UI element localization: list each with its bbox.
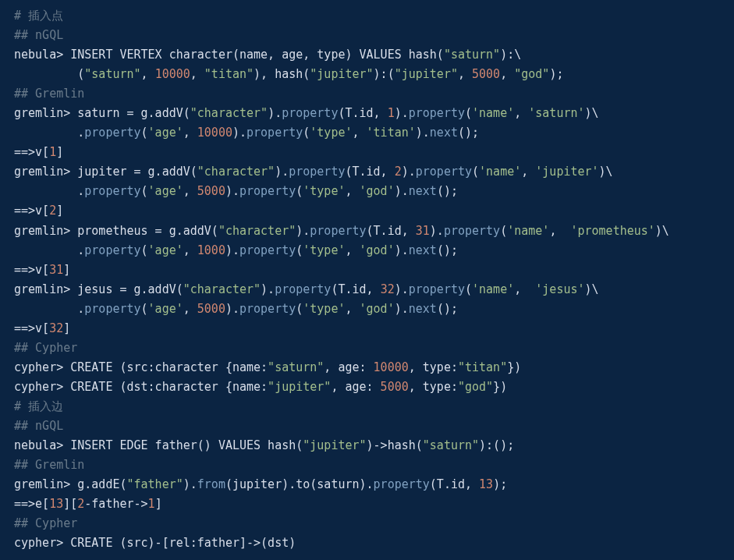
- code-token: ();: [437, 302, 458, 316]
- code-token: next: [409, 243, 437, 257]
- code-token: -father->: [84, 497, 147, 511]
- code-token: ,: [345, 302, 359, 316]
- code-token: 'name': [479, 165, 521, 179]
- code-token: ,: [521, 165, 535, 179]
- code-token: property: [444, 224, 500, 238]
- code-token: ,: [458, 67, 472, 81]
- code-token: (T.id,: [338, 106, 387, 120]
- code-line: .property('age', 5000).property('type', …: [14, 302, 458, 316]
- code-token: nebula> INSERT VERTEX character(name, ag…: [14, 48, 444, 62]
- code-token: , type:: [409, 380, 458, 394]
- code-token: ).: [395, 184, 409, 198]
- code-token: property: [374, 477, 430, 491]
- code-token: ][: [63, 497, 77, 511]
- code-line: gremlin> g.addE("father").from(jupiter).…: [14, 477, 507, 491]
- code-line: gremlin> saturn = g.addV("character").pr…: [14, 106, 599, 120]
- code-token: ,: [183, 126, 197, 140]
- code-token: "jupiter": [310, 67, 373, 81]
- code-token: )\: [585, 106, 599, 120]
- code-token: property: [84, 184, 140, 198]
- code-token: ,: [141, 67, 155, 81]
- code-token: ,: [183, 243, 197, 257]
- code-token: (T.id,: [367, 224, 416, 238]
- code-token: "character": [197, 165, 275, 179]
- code-token: "character": [218, 224, 296, 238]
- code-token: (: [141, 243, 148, 257]
- code-line: gremlin> jesus = g.addV("character").pro…: [14, 282, 599, 296]
- code-token: 'god': [360, 243, 395, 257]
- code-token: property: [409, 282, 465, 296]
- code-line: .property('age', 10000).property('type',…: [14, 126, 479, 140]
- code-token: )\: [599, 165, 613, 179]
- code-token: ).: [225, 243, 239, 257]
- code-token: 'type': [303, 184, 345, 198]
- code-token: ,: [514, 106, 528, 120]
- code-token: ,: [190, 67, 204, 81]
- code-token: "jupiter": [303, 438, 366, 452]
- code-token: gremlin> jupiter = g.addV(: [14, 165, 197, 179]
- code-token: .: [14, 302, 84, 316]
- code-token: ==>v[: [14, 204, 49, 218]
- code-token: 'name': [507, 224, 549, 238]
- code-line: gremlin> prometheus = g.addV("character"…: [14, 224, 669, 238]
- code-token: "saturn": [423, 438, 479, 452]
- code-token: .: [14, 184, 84, 198]
- code-token: );: [493, 477, 507, 491]
- code-token: 5000: [472, 67, 500, 81]
- code-token: 'type': [303, 302, 345, 316]
- code-token: ).: [225, 184, 239, 198]
- code-token: 5000: [197, 302, 225, 316]
- code-token: 'titan': [367, 126, 416, 140]
- code-token: ):(: [374, 67, 395, 81]
- code-token: 10000: [374, 360, 409, 374]
- code-token: ,: [500, 67, 514, 81]
- code-token: (T.id,: [331, 282, 380, 296]
- code-line: ## Cypher: [14, 516, 77, 530]
- code-token: 'god': [360, 184, 395, 198]
- code-line: ==>v[32]: [14, 321, 70, 335]
- code-token: ==>v[: [14, 321, 49, 335]
- code-token: 'type': [303, 243, 345, 257]
- code-token: ]: [56, 145, 63, 159]
- code-token: "god": [458, 380, 493, 394]
- code-token: (T.id,: [345, 165, 394, 179]
- code-line: ## Cypher: [14, 341, 77, 355]
- code-token: ,: [345, 243, 359, 257]
- code-token: )->hash(: [367, 438, 423, 452]
- code-line: ==>v[1]: [14, 145, 63, 159]
- code-token: ).: [395, 282, 409, 296]
- code-token: property: [84, 302, 140, 316]
- code-token: "father": [127, 477, 183, 491]
- code-token: ## Cypher: [14, 516, 77, 530]
- code-token: ==>v[: [14, 263, 49, 277]
- code-token: ,: [183, 302, 197, 316]
- code-token: ,: [514, 282, 535, 296]
- code-token: (: [141, 184, 148, 198]
- code-token: property: [239, 243, 296, 257]
- code-block: # 插入点 ## nGQL nebula> INSERT VERTEX char…: [0, 0, 734, 560]
- code-token: next: [409, 302, 437, 316]
- code-line: ## Gremlin: [14, 458, 84, 472]
- code-token: # 插入边: [14, 399, 63, 413]
- code-token: (: [500, 224, 507, 238]
- code-token: "saturn": [444, 48, 500, 62]
- code-token: gremlin> g.addE(: [14, 477, 127, 491]
- code-token: 32: [381, 282, 395, 296]
- code-line: nebula> INSERT EDGE father() VALUES hash…: [14, 438, 514, 452]
- code-token: ).: [395, 243, 409, 257]
- code-token: property: [416, 165, 472, 179]
- code-token: 2: [49, 204, 56, 218]
- code-line: .property('age', 1000).property('type', …: [14, 243, 458, 257]
- code-token: from: [197, 477, 225, 491]
- code-line: cypher> CREATE (dst:character {name:"jup…: [14, 380, 507, 394]
- code-token: 31: [416, 224, 430, 238]
- code-token: ,: [353, 126, 367, 140]
- code-token: 5000: [381, 380, 409, 394]
- code-token: cypher> CREATE (src)-[rel:father]->(dst): [14, 536, 296, 550]
- code-token: (: [14, 67, 84, 81]
- code-token: ):\: [500, 48, 521, 62]
- code-token: 'name': [472, 282, 514, 296]
- code-token: 13: [49, 497, 63, 511]
- code-token: (: [141, 302, 148, 316]
- code-token: ## nGQL: [14, 28, 63, 42]
